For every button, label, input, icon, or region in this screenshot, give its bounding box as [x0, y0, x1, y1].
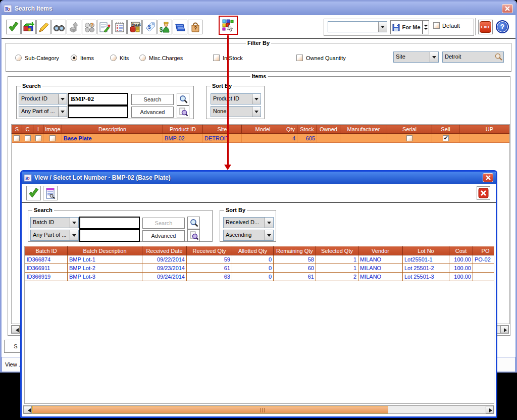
- search-button[interactable]: Search: [131, 94, 174, 105]
- site-search-field[interactable]: Detroit: [442, 51, 504, 63]
- column-header[interactable]: Sell: [432, 125, 459, 134]
- chevron-down-icon[interactable]: [265, 230, 273, 240]
- new-item-button[interactable]: [21, 20, 36, 34]
- column-header[interactable]: Owned: [317, 125, 340, 134]
- column-header[interactable]: Lot No: [403, 247, 449, 255]
- column-header[interactable]: Batch Description: [68, 247, 142, 255]
- in-stock-checkbox[interactable]: [213, 55, 220, 61]
- scroll-thumb[interactable]: [32, 406, 388, 413]
- asset-button[interactable]: Asset: [127, 20, 142, 34]
- column-header[interactable]: Received Qty: [187, 247, 232, 255]
- close-button[interactable]: [502, 4, 513, 13]
- sort-primary-combo[interactable]: Product ID: [211, 93, 261, 104]
- anypart-value-input[interactable]: [79, 229, 140, 242]
- for-me-button[interactable]: For Me: [390, 20, 423, 34]
- column-header[interactable]: Product ID: [163, 125, 203, 134]
- chevron-down-icon[interactable]: [252, 107, 261, 117]
- column-header[interactable]: Site: [203, 125, 242, 134]
- radio-kits[interactable]: [110, 55, 117, 61]
- dialog-close-toolbar-button[interactable]: [477, 186, 490, 200]
- labor-cost-button[interactable]: $: [158, 20, 172, 34]
- column-header[interactable]: Stock: [297, 125, 317, 134]
- table-row[interactable]: ID366911BMP Lot-209/23/2014610601MILANOL…: [25, 264, 495, 273]
- chevron-down-icon[interactable]: [70, 218, 78, 228]
- column-header[interactable]: Cost: [449, 247, 473, 255]
- copy-items-button[interactable]: ?: [82, 20, 96, 34]
- transfer-button[interactable]: [67, 20, 81, 34]
- edit-button[interactable]: [36, 20, 51, 34]
- radio-sub-category[interactable]: [15, 55, 22, 61]
- select-lot-number-button[interactable]: [219, 16, 238, 35]
- batch-value-input[interactable]: [79, 217, 140, 229]
- scroll-left-icon[interactable]: [12, 326, 20, 333]
- column-header[interactable]: C: [22, 125, 33, 134]
- dialog-hscrollbar[interactable]: [23, 405, 494, 414]
- owned-quantity-checkbox[interactable]: [296, 55, 303, 61]
- catalog-button[interactable]: [173, 20, 187, 34]
- scroll-left-icon[interactable]: [24, 406, 32, 413]
- chevron-down-icon[interactable]: [252, 94, 261, 104]
- column-header[interactable]: Manufacturer: [340, 125, 387, 134]
- package-question-button[interactable]: ?: [188, 20, 202, 34]
- exit-button[interactable]: EXIT: [478, 20, 493, 34]
- column-header[interactable]: Remaining Qty: [274, 247, 316, 255]
- column-header[interactable]: Batch ID: [25, 247, 68, 255]
- table-row[interactable]: ID366874BMP Lot-109/22/2014590581MILANOL…: [25, 255, 495, 264]
- chevron-down-icon[interactable]: [58, 94, 67, 104]
- scroll-right-icon[interactable]: [500, 326, 508, 333]
- column-header[interactable]: Image: [43, 125, 62, 134]
- column-header[interactable]: Selected Qty: [316, 247, 358, 255]
- batch-field-combo[interactable]: Batch ID: [30, 217, 79, 228]
- row-checkbox-checked[interactable]: [443, 135, 449, 141]
- table-row[interactable]: Base PlateBMP-02DETROIT4605: [12, 134, 510, 143]
- search-field2-combo[interactable]: Any Part of ...: [19, 106, 67, 117]
- chevron-down-icon[interactable]: [378, 22, 387, 32]
- search-value1-input[interactable]: BMP-02: [68, 93, 128, 106]
- find-icon-button[interactable]: [187, 217, 200, 229]
- search-value2-input[interactable]: [68, 106, 128, 118]
- row-checkbox[interactable]: [25, 135, 31, 141]
- dialog-search-button[interactable]: Search: [142, 218, 185, 229]
- scroll-right-icon[interactable]: [486, 406, 494, 413]
- dialog-sort-order-combo[interactable]: Ascending: [223, 230, 274, 241]
- magnifier-icon[interactable]: [493, 52, 503, 62]
- radio-misc-charges[interactable]: [139, 55, 146, 61]
- price-tag-button[interactable]: $: [142, 20, 157, 34]
- site-combo[interactable]: Site: [393, 51, 439, 63]
- dialog-advanced-button[interactable]: Advanced: [142, 230, 185, 241]
- column-header[interactable]: Vendor: [358, 247, 403, 255]
- chevron-down-icon[interactable]: [430, 52, 438, 62]
- row-checkbox[interactable]: [35, 135, 41, 141]
- column-header[interactable]: S: [12, 125, 22, 134]
- chevron-down-icon[interactable]: [265, 218, 273, 228]
- advanced-find-icon-button[interactable]: [187, 229, 200, 242]
- column-header[interactable]: Qty: [284, 125, 297, 134]
- row-checkbox[interactable]: [14, 135, 20, 141]
- advanced-button[interactable]: Advanced: [131, 107, 174, 118]
- advanced-find-icon-button[interactable]: [177, 106, 189, 118]
- approve-button[interactable]: [6, 20, 21, 34]
- help-button[interactable]: ?: [496, 20, 509, 33]
- column-header[interactable]: Received Date: [142, 247, 187, 255]
- column-header[interactable]: I: [33, 125, 43, 134]
- dialog-close-button[interactable]: [483, 173, 493, 182]
- radio-items[interactable]: [71, 55, 77, 61]
- column-header[interactable]: UP: [459, 125, 510, 134]
- column-header[interactable]: Description: [62, 125, 163, 134]
- anypart-field-combo[interactable]: Any Part of ...: [30, 230, 79, 241]
- row-checkbox[interactable]: [406, 135, 412, 141]
- row-checkbox[interactable]: [49, 135, 56, 141]
- for-me-spinner[interactable]: [423, 20, 429, 34]
- column-header[interactable]: Allotted Qty: [232, 247, 274, 255]
- notes-button[interactable]: [97, 20, 112, 34]
- dialog-sort-primary-combo[interactable]: Received D...: [223, 217, 274, 228]
- search-field1-combo[interactable]: Product ID: [19, 93, 67, 104]
- default-checkbox[interactable]: [433, 22, 440, 29]
- chevron-down-icon[interactable]: [58, 107, 67, 117]
- column-header[interactable]: Serial: [387, 125, 432, 134]
- column-header[interactable]: PO: [473, 247, 495, 255]
- find-icon-button[interactable]: [177, 93, 189, 106]
- dialog-report-button[interactable]: [43, 186, 58, 200]
- preset-combo[interactable]: [328, 21, 387, 32]
- column-header[interactable]: Model: [242, 125, 284, 134]
